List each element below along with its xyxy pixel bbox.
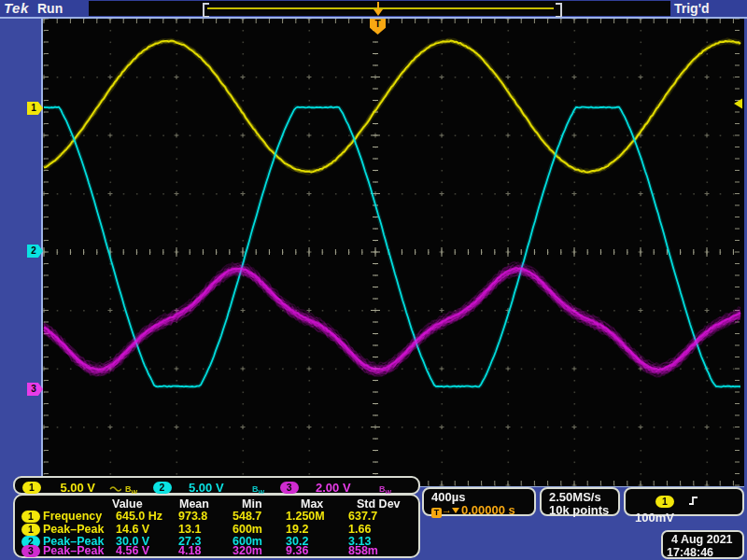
ch2-badge[interactable]: 2 [153, 482, 172, 494]
acquisition-box[interactable]: 2.50MS/s 10k points [540, 487, 620, 516]
time-label: 17:48:46 [667, 546, 713, 559]
measurement-panel: Value Mean Min Max Std Dev 1 Frequency64… [13, 494, 420, 558]
ch3-badge[interactable]: 3 [280, 482, 299, 494]
measurement-row: 3 Peak–Peak4.56 V4.18320m9.36858m [15, 545, 422, 557]
record-window-left-bracket [203, 3, 209, 18]
time-per-div: 400µs [431, 490, 465, 504]
row4-ch-badge: 3 [21, 545, 40, 557]
tek-logo: Tek [4, 0, 29, 16]
trigger-settings-box[interactable]: 1 100mV [624, 487, 744, 516]
trigger-level: 100mV [635, 511, 674, 525]
trigger-t-icon: T [431, 508, 442, 518]
oscilloscope-screen: Tek Run Trig'd 1 2 3 T 1 5.00 V BW 2 5.0… [0, 0, 747, 560]
measurement-row: 1 Frequency645.0 Hz973.8548.71.250M637.7 [15, 511, 422, 523]
trigger-source-badge: 1 [655, 496, 674, 508]
trigger-position-arrow-icon [374, 9, 383, 16]
record-length: 10k points [549, 503, 609, 517]
ch1-bandwidth-icon: BW [125, 484, 137, 494]
trigger-status: Trig'd [674, 1, 710, 16]
trigger-time-readout: T→0.00000 s [431, 503, 515, 518]
arrow-right-icon: → [442, 504, 452, 515]
datetime-box: 4 Aug 2021 17:48:46 [661, 530, 744, 559]
arrow-down-icon [452, 508, 459, 513]
date-label: 4 Aug 2021 [671, 533, 733, 546]
horizontal-settings-box[interactable]: 400µs T→0.00000 s [422, 487, 536, 516]
sample-rate: 2.50MS/s [549, 490, 601, 504]
record-view-bar[interactable] [89, 1, 670, 16]
record-window-right-bracket [556, 3, 562, 18]
channel-readout-bar[interactable]: 1 5.00 V BW 2 5.00 V BW 3 2.00 V BW [13, 476, 420, 495]
measurement-row: 1 Peak–Peak14.6 V13.1600m19.21.66 [15, 524, 422, 536]
ch3-bandwidth-icon: BW [379, 484, 391, 494]
waveform-graticule[interactable] [43, 19, 744, 486]
rising-edge-icon [687, 496, 699, 510]
ch2-bandwidth-icon: BW [252, 484, 264, 494]
ch1-badge[interactable]: 1 [22, 482, 41, 494]
row1-ch-badge: 1 [21, 511, 40, 523]
row2-ch-badge: 1 [21, 524, 40, 536]
acquisition-status: Run [37, 1, 63, 16]
